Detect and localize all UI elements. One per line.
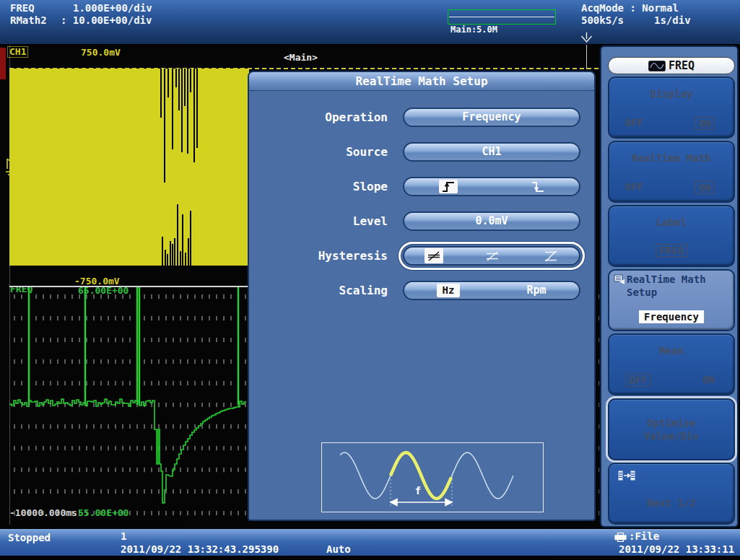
trace-dropout-line [190, 211, 191, 266]
dialog-title: RealTime Math Setup [249, 72, 594, 91]
level-button[interactable]: 0.0mV [403, 211, 580, 231]
trace-dropout-line [172, 244, 173, 266]
clock-label: 2011/09/22 13:33:11 [619, 543, 734, 555]
acq-count-label: 1 [121, 530, 126, 542]
softkey-rtm-setup[interactable]: RealTime Math Setup Frequency [608, 269, 735, 331]
ch1-badge: CH1 [7, 46, 28, 58]
sample-rate-readout: 500kS/s [581, 14, 624, 26]
trace-dropout-line [175, 69, 177, 87]
rtm-setup-title-line2: Setup [627, 286, 657, 298]
hysteresis-selector[interactable] [403, 246, 580, 266]
period-illustration: f [321, 442, 544, 512]
trace-dropout-line [187, 69, 188, 154]
sine-wave-figure [322, 443, 543, 512]
softkey-menu: FREQ Display OFF ON RealTime Math OFF ON… [600, 45, 739, 528]
trace-dropout-line [193, 69, 195, 162]
oscilloscope-screen: FREQ 1.000E+00/div RMath2 : 10.00E+00/di… [0, 0, 740, 560]
label-title: Label [609, 216, 734, 228]
trace-dropout-line [180, 251, 181, 266]
hysteresis-large-icon [543, 250, 559, 263]
realtime-math-title: RealTime Math [609, 152, 734, 164]
realtime-math-on-option[interactable]: ON [695, 181, 715, 194]
header-bar: FREQ 1.000E+00/div RMath2 : 10.00E+00/di… [0, 0, 740, 45]
operation-button[interactable]: Frequency [403, 108, 580, 127]
scaling-hz-option[interactable]: Hz [437, 284, 460, 297]
slope-fall-option[interactable] [528, 180, 547, 193]
softkey-optimize-value-div[interactable]: Optimize Value/Div [608, 398, 735, 460]
label-value[interactable]: FREQ [656, 244, 687, 257]
rmath2-channel-label: RMath2 [10, 14, 47, 26]
time-per-div-readout: 1s/div [654, 14, 691, 26]
period-arrow [391, 499, 452, 506]
softkey-next-page[interactable]: Next 1/2 [608, 463, 735, 525]
scaling-selector[interactable]: Hz Rpm [403, 281, 580, 300]
acq-timestamp-label: 2011/09/22 13:32:43.295390 [121, 543, 279, 555]
rtm-setup-value[interactable]: Frequency [639, 310, 704, 323]
menu-jump-icon [614, 274, 626, 285]
menu-title-button[interactable]: FREQ [608, 57, 735, 74]
memory-length-label: Main:5.0M [450, 25, 497, 35]
next-page-icon [618, 470, 635, 481]
freq-trace-line [9, 399, 246, 503]
run-state-label: Stopped [8, 532, 51, 543]
trigger-position-line [586, 45, 587, 69]
trace-dropout-line [182, 214, 183, 266]
trace-dropout-line [172, 69, 173, 149]
memory-window-line [449, 17, 554, 17]
freq-bottom-value-label: 55.00E+00 [78, 507, 129, 518]
ground-marker-icon [4, 157, 23, 180]
slope-selector[interactable] [403, 177, 580, 196]
time-start-label: -10000.000ms [9, 507, 77, 518]
realtime-math-off-option[interactable]: OFF [625, 181, 643, 193]
mean-on-option[interactable]: ON [702, 374, 715, 385]
trace-dropout-line [181, 69, 183, 152]
slope-rise-option[interactable] [439, 180, 458, 193]
trace-dropout-line [162, 237, 163, 266]
trace-dropout-line [178, 69, 180, 110]
hysteresis-medium-option[interactable] [483, 248, 502, 263]
trace-dropout-line [174, 238, 175, 266]
source-label: Source [256, 142, 388, 162]
optimize-line2: Value/Div [609, 430, 734, 442]
trace-dropout-line [164, 69, 165, 183]
ch1-saturated-trace [9, 69, 249, 266]
rtm-setup-title-line1: RealTime Math [627, 274, 706, 285]
softkey-mean[interactable]: Mean OFF ON [608, 333, 735, 395]
hysteresis-medium-icon [484, 250, 500, 263]
trace-dropout-line [177, 204, 178, 266]
display-off-option[interactable]: OFF [625, 117, 643, 128]
menu-title-text: FREQ [669, 59, 695, 72]
softkey-realtime-math[interactable]: RealTime Math OFF ON [608, 141, 735, 203]
freq-scale-readout: 1.000E+00/div [73, 2, 152, 14]
source-button[interactable]: CH1 [403, 142, 580, 162]
trace-dropout-line [184, 69, 186, 106]
trace-dropout-line [167, 69, 169, 97]
level-label: Level [256, 211, 388, 231]
printer-icon [614, 533, 627, 542]
trace-dropout-line [185, 253, 186, 266]
scaling-label: Scaling [256, 281, 388, 300]
freq-channel-label: FREQ [10, 2, 35, 14]
slope-fall-icon [531, 180, 545, 193]
acq-mode-readout: AcqMode : Normal [581, 2, 679, 14]
scaling-rpm-option[interactable]: Rpm [518, 282, 554, 299]
trace-dropout-line [160, 69, 162, 118]
slope-label: Slope [256, 177, 388, 196]
period-f-label: f [407, 485, 429, 496]
freq-trace-plot [9, 285, 248, 525]
trace-dropout-line [188, 238, 189, 266]
acquisition-memory-bar [448, 9, 556, 25]
ch2-position-marker [0, 48, 6, 79]
screen-bottom-edge [0, 556, 740, 560]
hysteresis-large-option[interactable] [541, 248, 560, 263]
file-shortcut-label: :File [629, 530, 659, 542]
hysteresis-small-option[interactable] [425, 248, 443, 263]
display-title: Display [609, 88, 734, 100]
softkey-display[interactable]: Display OFF ON [608, 76, 735, 139]
operation-label: Operation [256, 108, 388, 127]
mean-off-option[interactable]: OFF [625, 374, 650, 387]
softkey-label[interactable]: Label FREQ [608, 205, 735, 267]
trace-dropout-line [196, 69, 198, 148]
display-on-option[interactable]: ON [695, 117, 715, 130]
slope-rise-icon [441, 180, 456, 193]
